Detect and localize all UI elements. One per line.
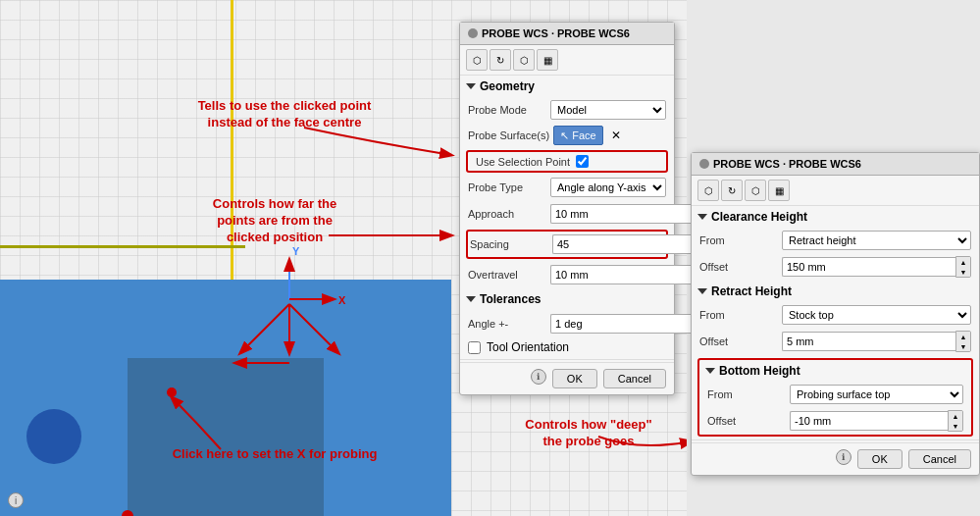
clearance-offset-label: Offset [699,261,778,273]
clearance-spin-down[interactable]: ▼ [956,267,970,277]
triangle-tolerances [466,296,476,302]
probe-mode-row: Probe Mode Model [460,97,674,123]
use-selection-point-highlight: Use Selection Point [466,150,668,173]
clearance-spin-up[interactable]: ▲ [956,257,970,267]
use-selection-point-row: Use Selection Point [468,152,666,171]
toolbar-btn-r3[interactable]: ⬡ [745,180,766,201]
bottom-height-section-box: Bottom Height From Probing surface top O… [697,358,973,437]
toolbar-btn-4[interactable]: ▦ [537,49,558,71]
retract-from-select[interactable]: Stock top [782,305,971,325]
clear-face-icon[interactable]: ✕ [611,129,621,142]
info-button-left[interactable]: ℹ [531,369,546,385]
use-selection-point-checkbox[interactable] [576,155,589,168]
angle-spin: 1 deg ▲ ▼ [550,313,710,335]
tool-orientation-label: Tool Orientation [487,340,569,354]
retract-offset-input[interactable]: 5 mm [782,332,955,351]
overtravel-input[interactable]: 10 mm [550,265,695,284]
clearance-from-label: From [699,234,778,246]
section-retract-height[interactable]: Retract Height [692,281,979,302]
dialog-footer-left: ℹ OK Cancel [460,362,674,394]
spacing-spin: 45 ▲ ▼ [552,233,712,255]
ok-button-left[interactable]: OK [552,369,597,388]
dialog-toolbar-left: ⬡ ↻ ⬡ ▦ [460,45,674,76]
cursor-icon: ↖ [560,129,569,142]
section-tolerances[interactable]: Tolerances [460,288,674,310]
dialog-footer-right: ℹ OK Cancel [692,442,979,475]
bottom-offset-input[interactable]: -10 mm [790,411,948,431]
spacing-label: Spacing [470,238,548,250]
cancel-button-right[interactable]: Cancel [908,449,971,469]
approach-row: Approach 10 mm ▲ ▼ [460,200,674,228]
bottom-from-label: From [707,388,786,400]
overtravel-label: Overtravel [468,269,546,281]
dialog-title-text-right: PROBE WCS · PROBE WCS6 [713,158,861,170]
section-tolerances-label: Tolerances [480,292,541,306]
toolbar-btn-r2[interactable]: ↻ [721,180,743,201]
divider-footer-left [460,359,674,360]
clearance-offset-spin: 150 mm ▲ ▼ [782,256,971,278]
section-bottom-label: Bottom Height [719,364,800,378]
face-button[interactable]: ↖ Face [553,126,602,145]
tool-orientation-row: Tool Orientation [460,337,674,357]
svg-rect-1 [0,280,128,516]
retract-offset-spin: 5 mm ▲ ▼ [782,331,971,352]
annotation-deep: Controls how "deep" the probe goes [500,417,677,450]
clearance-offset-input[interactable]: 150 mm [782,257,955,277]
dialog-title-left: PROBE WCS · PROBE WCS6 [460,23,674,45]
probe-type-label: Probe Type [468,181,546,193]
cancel-button-left[interactable]: Cancel [603,369,666,388]
title-dot [468,28,478,38]
retract-from-row: From Stock top [692,302,979,328]
retract-offset-row: Offset 5 mm ▲ ▼ [692,328,979,355]
probe-mode-label: Probe Mode [468,104,546,116]
probe-mode-select[interactable]: Model [550,100,666,120]
approach-spin: 10 mm ▲ ▼ [550,203,710,225]
retract-from-label: From [699,309,778,321]
bottom-spin-down[interactable]: ▼ [949,421,962,431]
retract-offset-spin-btns: ▲ ▼ [955,331,971,352]
angle-input[interactable]: 1 deg [550,314,695,334]
triangle-bottom [705,368,715,374]
bottom-from-select[interactable]: Probing surface top [790,385,963,404]
toolbar-btn-3[interactable]: ⬡ [513,49,535,71]
section-clearance-height[interactable]: Clearance Height [692,206,979,228]
clearance-from-row: From Retract height [692,228,979,253]
bottom-offset-spin-btns: ▲ ▼ [948,410,963,432]
bottom-spin-up[interactable]: ▲ [949,411,962,421]
probe-type-select[interactable]: Angle along Y-axis [550,178,666,197]
face-button-label: Face [572,129,595,141]
yellow-vertical-line [231,0,233,294]
dialog-probe-wcs-left: PROBE WCS · PROBE WCS6 ⬡ ↻ ⬡ ▦ Geometry … [459,22,675,395]
ok-button-right[interactable]: OK [857,449,903,469]
angle-label: Angle +- [468,318,546,330]
use-selection-point-label: Use Selection Point [476,156,570,168]
toolbar-btn-r1[interactable]: ⬡ [697,180,719,201]
toolbar-btn-2[interactable]: ↻ [490,49,511,71]
approach-label: Approach [468,208,546,220]
bottom-offset-spin: -10 mm ▲ ▼ [790,410,963,432]
section-geometry[interactable]: Geometry [460,76,674,97]
toolbar-btn-r4[interactable]: ▦ [768,180,790,201]
bottom-from-row: From Probing surface top [699,382,971,407]
retract-spin-down[interactable]: ▼ [956,341,970,351]
probe-surfaces-label: Probe Surface(s) [468,129,549,141]
spacing-highlight: Spacing 45 ▲ ▼ [466,230,668,259]
svg-rect-2 [324,280,451,516]
canvas-info-dot[interactable]: i [8,492,24,508]
bottom-offset-label: Offset [707,415,786,427]
spacing-row: Spacing 45 ▲ ▼ [468,232,666,257]
section-bottom-height[interactable]: Bottom Height [699,360,971,382]
retract-spin-up[interactable]: ▲ [956,332,970,341]
section-geometry-label: Geometry [480,79,535,93]
clearance-from-select[interactable]: Retract height [782,231,971,250]
toolbar-btn-1[interactable]: ⬡ [466,49,488,71]
probe-type-row: Probe Type Angle along Y-axis [460,175,674,200]
tool-orientation-checkbox[interactable] [468,341,481,354]
triangle-clearance [697,214,707,220]
spacing-input[interactable]: 45 [552,234,696,254]
u-shape-part [0,280,451,516]
approach-input[interactable]: 10 mm [550,204,695,224]
info-button-right[interactable]: ℹ [836,449,851,465]
dialog-probe-wcs-right: PROBE WCS · PROBE WCS6 ⬡ ↻ ⬡ ▦ Clearance… [691,152,980,476]
svg-point-4 [26,409,81,464]
